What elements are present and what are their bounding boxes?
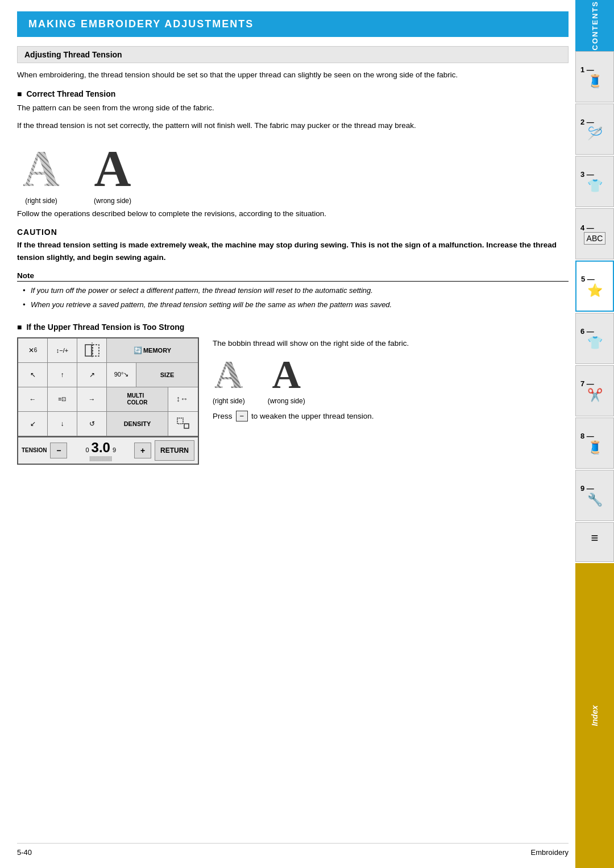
ui-cell-rotate[interactable]: 90°↘ bbox=[107, 363, 136, 387]
letter-wrong-side: A (wrong side) bbox=[94, 143, 131, 205]
section2-right-text: The bobbin thread will show on the right… bbox=[213, 337, 569, 350]
tab4-icon: ABC bbox=[584, 232, 606, 245]
ui-cell-refresh[interactable]: ↺ bbox=[77, 412, 107, 436]
right-sidebar: CONTENTS 1 — 🧵 2 — 🪡 3 — 👕 4 — ABC 5 — ⭐ bbox=[575, 0, 614, 868]
ui-row-3: ← ≡⊡ → MULTICOLOR ↕↔ bbox=[18, 387, 198, 412]
note-block: Note If you turn off the power or select… bbox=[17, 271, 569, 311]
caution-text: If the thread tension setting is made ex… bbox=[17, 239, 569, 263]
ui-cell-memory[interactable]: 🔄 MEMORY bbox=[107, 338, 198, 362]
follow-text: Follow the operations described below to… bbox=[17, 208, 569, 220]
ui-cell-up[interactable]: ↑ bbox=[48, 363, 77, 387]
ui-cell-corner[interactable] bbox=[168, 412, 198, 436]
page-footer: 5-40 Embroidery bbox=[17, 843, 569, 857]
right-side-label2: (right side) bbox=[213, 397, 245, 405]
contents-tab[interactable]: CONTENTS bbox=[575, 0, 614, 51]
sidebar-tab-5[interactable]: 5 — ⭐ bbox=[575, 261, 614, 312]
ui-cell-stitch[interactable]: ↕↔ bbox=[168, 387, 198, 411]
svg-text:↕↔: ↕↔ bbox=[176, 394, 188, 403]
letter-right-side: A (right side) bbox=[23, 143, 60, 205]
tab5-icon: ⭐ bbox=[587, 283, 603, 298]
svg-rect-1 bbox=[93, 345, 99, 356]
tab7-number: 7 — bbox=[580, 379, 594, 388]
tab1-icon: 🧵 bbox=[587, 74, 603, 89]
sidebar-tab-1[interactable]: 1 — 🧵 bbox=[575, 51, 614, 102]
tab8-number: 8 — bbox=[580, 432, 594, 440]
sidebar-tab-6[interactable]: 6 — 👕 bbox=[575, 313, 614, 364]
tab2-icon: 🪡 bbox=[587, 126, 603, 141]
correct-tension-text1: The pattern can be seen from the wrong s… bbox=[17, 102, 569, 114]
ui-cell-down[interactable]: ↓ bbox=[48, 412, 77, 436]
tab2-number: 2 — bbox=[580, 118, 594, 126]
letter2-A-wrong: A bbox=[272, 355, 301, 395]
letter-A-right: A bbox=[23, 143, 60, 195]
ui-panel[interactable]: ✕6 ↕−/+ 🔄 MEMORY ↖ bbox=[17, 337, 199, 465]
ui-cell-right[interactable]: → bbox=[77, 387, 107, 411]
footer-right: Embroidery bbox=[531, 848, 569, 857]
ui-cell-downleft[interactable]: ↙ bbox=[18, 412, 48, 436]
ui-cell-left[interactable]: ← bbox=[18, 387, 48, 411]
note-label: Note bbox=[17, 271, 569, 282]
ui-cell-upright[interactable]: ↗ bbox=[77, 363, 107, 387]
tension-minus-button[interactable]: − bbox=[50, 443, 67, 458]
main-content: MAKING EMBROIDERY ADJUSTMENTS Adjusting … bbox=[17, 0, 569, 487]
press-instruction: Press − to weaken the upper thread tensi… bbox=[213, 411, 569, 421]
press-button[interactable]: − bbox=[236, 411, 248, 421]
contents-label: CONTENTS bbox=[591, 1, 599, 51]
tab3-number: 3 — bbox=[580, 170, 594, 179]
correct-tension-heading: Correct Thread Tension bbox=[17, 89, 569, 98]
note-item-1: If you turn off the power or select a di… bbox=[23, 285, 569, 297]
sidebar-tab-9[interactable]: 9 — 🔧 bbox=[575, 470, 614, 521]
wrong-side-label: (wrong side) bbox=[94, 197, 131, 205]
svg-rect-5 bbox=[184, 424, 189, 428]
caution-block: CAUTION If the thread tension setting is… bbox=[17, 228, 569, 263]
ui-cell-size[interactable]: SIZE bbox=[136, 363, 198, 387]
letter2-wrong-side: A (wrong side) bbox=[268, 355, 305, 405]
tab9-number: 9 — bbox=[580, 484, 594, 493]
ui-cell-adjust[interactable]: ↕−/+ bbox=[48, 338, 77, 362]
sidebar-tab-8[interactable]: 8 — 🧵 bbox=[575, 418, 614, 469]
tension-value-box: 0 3.0 9 ||||||||||||||||| bbox=[70, 440, 131, 461]
sidebar-tab-3[interactable]: 3 — 👕 bbox=[575, 156, 614, 207]
ui-cell-cross[interactable]: ✕6 bbox=[18, 338, 48, 362]
press-text2: to weaken the upper thread tension. bbox=[251, 412, 374, 420]
ui-cell-multicolor[interactable]: MULTICOLOR bbox=[107, 387, 168, 411]
sidebar-tab-2[interactable]: 2 — 🪡 bbox=[575, 104, 614, 155]
wrong-side-label2: (wrong side) bbox=[268, 397, 305, 405]
letter-illustrations: A (right side) A (wrong side) bbox=[23, 143, 569, 205]
tension-plus-button[interactable]: + bbox=[134, 443, 151, 458]
tab6-icon: 👕 bbox=[587, 336, 603, 350]
tension-scale: ||||||||||||||||| bbox=[89, 456, 112, 461]
ui-cell-center[interactable]: ≡⊡ bbox=[48, 387, 77, 411]
ui-row-4: ↙ ↓ ↺ DENSITY bbox=[18, 412, 198, 436]
tab6-number: 6 — bbox=[580, 327, 594, 336]
sidebar-tab-7[interactable]: 7 — ✂️ bbox=[575, 365, 614, 416]
note-items: If you turn off the power or select a di… bbox=[17, 285, 569, 311]
ui-cell-upleft[interactable]: ↖ bbox=[18, 363, 48, 387]
footer-left: 5-40 bbox=[17, 848, 32, 857]
ui-cell-mirror[interactable] bbox=[77, 338, 107, 362]
ui-cell-density[interactable]: DENSITY bbox=[107, 412, 168, 436]
right-side-label: (right side) bbox=[25, 197, 57, 205]
tab8-icon: 🧵 bbox=[587, 440, 603, 455]
sidebar-tab-4[interactable]: 4 — ABC bbox=[575, 208, 614, 259]
col-left: ✕6 ↕−/+ 🔄 MEMORY ↖ bbox=[17, 337, 199, 465]
svg-rect-0 bbox=[85, 345, 92, 356]
tension-return-button[interactable]: RETURN bbox=[155, 440, 194, 461]
section1-title: Adjusting Thread Tension bbox=[17, 46, 569, 63]
section2-heading: If the Upper Thread Tension is Too Stron… bbox=[17, 323, 569, 332]
tab7-icon: ✂️ bbox=[587, 388, 603, 403]
tension-value: 3.0 bbox=[92, 440, 110, 456]
toc-lines bbox=[592, 545, 597, 553]
tension-row: TENSION − 0 3.0 9 ||||||||||||||||| + RE… bbox=[18, 436, 198, 464]
sidebar-tab-index[interactable]: Index bbox=[575, 563, 614, 868]
sidebar-tab-toc[interactable]: ≡ bbox=[575, 522, 614, 562]
press-text1: Press bbox=[213, 412, 233, 420]
col-right: The bobbin thread will show on the right… bbox=[213, 337, 569, 465]
tab1-number: 1 — bbox=[580, 65, 594, 74]
correct-tension-text2: If the thread tension is not set correct… bbox=[17, 119, 569, 132]
page-title: MAKING EMBROIDERY ADJUSTMENTS bbox=[17, 11, 569, 37]
tab9-icon: 🔧 bbox=[587, 493, 603, 507]
tab4-number: 4 — bbox=[580, 224, 594, 232]
ui-row-2: ↖ ↑ ↗ 90°↘ SIZE bbox=[18, 363, 198, 387]
letter2-A-right: A bbox=[214, 355, 243, 395]
